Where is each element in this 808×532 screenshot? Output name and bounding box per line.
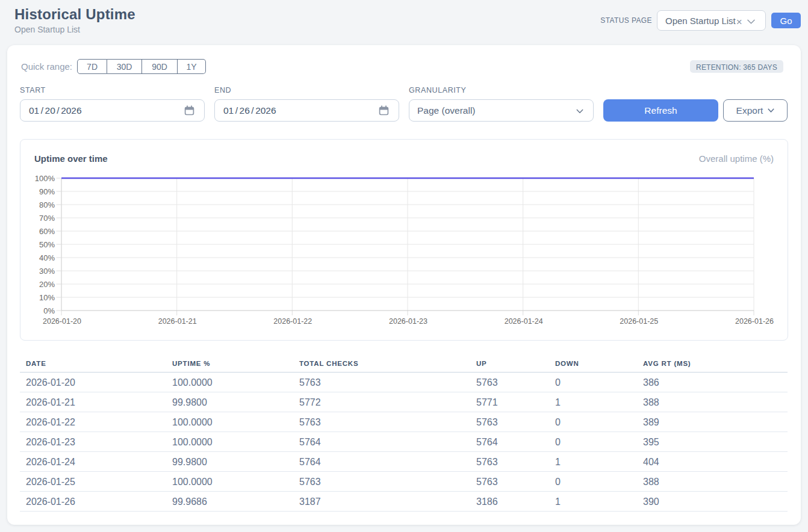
svg-text:70%: 70% (39, 214, 55, 223)
svg-text:30%: 30% (39, 267, 55, 276)
svg-text:90%: 90% (39, 187, 55, 196)
svg-text:0%: 0% (43, 306, 55, 315)
svg-text:2026-01-24: 2026-01-24 (505, 317, 543, 326)
svg-text:2026-01-20: 2026-01-20 (43, 317, 81, 326)
svg-text:10%: 10% (39, 293, 55, 302)
svg-text:40%: 40% (39, 253, 55, 262)
svg-text:50%: 50% (39, 240, 55, 249)
svg-text:100%: 100% (35, 174, 55, 183)
svg-text:20%: 20% (39, 280, 55, 289)
svg-text:2026-01-21: 2026-01-21 (158, 317, 197, 326)
svg-text:2026-01-22: 2026-01-22 (273, 317, 312, 326)
svg-text:60%: 60% (39, 227, 55, 236)
svg-text:2026-01-23: 2026-01-23 (389, 317, 427, 326)
svg-text:2026-01-25: 2026-01-25 (620, 317, 658, 326)
svg-text:80%: 80% (39, 200, 55, 209)
svg-text:2026-01-26: 2026-01-26 (735, 317, 774, 326)
